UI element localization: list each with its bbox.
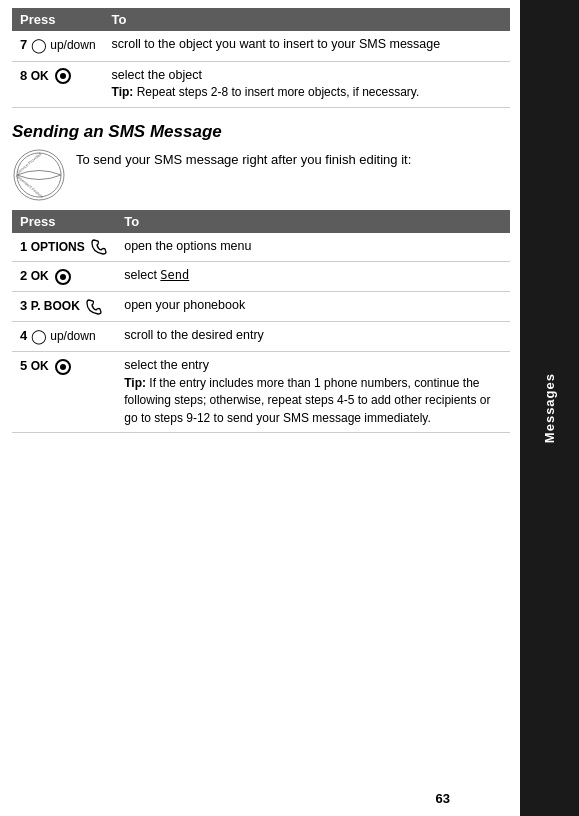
bottom-table-header-to: To xyxy=(116,210,510,233)
phone-icon xyxy=(85,298,103,316)
row-number: 3 xyxy=(20,298,27,313)
table-cell-key: 2 OK xyxy=(12,262,116,292)
updown-icon: ◯ xyxy=(31,36,47,56)
table-cell-description: select the object Tip: Repeat steps 2-8 … xyxy=(104,61,510,107)
tip-label: Tip: xyxy=(124,376,149,390)
row-number: 5 xyxy=(20,358,27,373)
section-heading: Sending an SMS Message xyxy=(12,122,510,142)
sidebar-label: Messages xyxy=(542,373,557,443)
row-description: select the entry xyxy=(124,358,209,372)
table-cell-description: select Send xyxy=(116,262,510,292)
sidebar: Messages xyxy=(520,0,579,816)
service-description-text: To send your SMS message right after you… xyxy=(76,148,411,167)
tip-text: Tip: If the entry includes more than 1 p… xyxy=(124,376,490,425)
service-icon-area: Service Provided Dependent Feature To se… xyxy=(12,148,510,202)
table-row: 8 OK select the object Tip: Repeat steps… xyxy=(12,61,510,107)
row-number: 7 xyxy=(20,37,27,52)
key-label: up/down xyxy=(50,329,95,343)
table-cell-description: scroll to the desired entry xyxy=(116,321,510,352)
table-cell-key: 5 OK xyxy=(12,352,116,433)
table-row: 5 OK select the entry Tip: If the entry … xyxy=(12,352,510,433)
options-key-label: OPTIONS xyxy=(31,240,85,254)
table-row: 2 OK select Send xyxy=(12,262,510,292)
table-row: 4 ◯ up/down scroll to the desired entry xyxy=(12,321,510,352)
ok-key-label: OK xyxy=(31,69,49,83)
ok-circle-icon xyxy=(55,359,71,375)
table-row: 3 P. BOOK open your phonebook xyxy=(12,291,510,321)
table-cell-key: 3 P. BOOK xyxy=(12,291,116,321)
table-cell-description: open the options menu xyxy=(116,233,510,262)
top-table-header-press: Press xyxy=(12,8,104,31)
bottom-table: Press To 1 OPTIONS open the options menu xyxy=(12,210,510,434)
service-icon: Service Provided Dependent Feature xyxy=(12,148,66,202)
row-number: 8 xyxy=(20,68,27,83)
row-description: select the object xyxy=(112,68,202,82)
key-label: up/down xyxy=(50,38,95,52)
pbook-key-label: P. BOOK xyxy=(31,299,80,313)
tip-content: Repeat steps 2-8 to insert more objects,… xyxy=(137,85,420,99)
tip-label: Tip: xyxy=(112,85,137,99)
row-number: 4 xyxy=(20,328,27,343)
table-row: 7 ◯ up/down scroll to the object you wan… xyxy=(12,31,510,61)
table-cell-key: 4 ◯ up/down xyxy=(12,321,116,352)
top-table-header-to: To xyxy=(104,8,510,31)
row-number: 1 xyxy=(20,239,27,254)
row-number: 2 xyxy=(20,268,27,283)
updown-icon: ◯ xyxy=(31,327,47,347)
table-cell-description: open your phonebook xyxy=(116,291,510,321)
phone-icon xyxy=(90,238,108,256)
tip-text: Tip: Repeat steps 2-8 to insert more obj… xyxy=(112,85,420,99)
table-cell-description: scroll to the object you want to insert … xyxy=(104,31,510,61)
ok-key-label: OK xyxy=(31,359,49,373)
service-badge: Service Provided Dependent Feature xyxy=(12,148,66,202)
table-cell-key: 8 OK xyxy=(12,61,104,107)
table-cell-key: 1 OPTIONS xyxy=(12,233,116,262)
page-number: 63 xyxy=(436,791,450,806)
ok-circle-icon xyxy=(55,269,71,285)
table-row: 1 OPTIONS open the options menu xyxy=(12,233,510,262)
table-cell-description: select the entry Tip: If the entry inclu… xyxy=(116,352,510,433)
tip-content: If the entry includes more than 1 phone … xyxy=(124,376,490,425)
top-table: Press To 7 ◯ up/down scroll to the objec… xyxy=(12,8,510,108)
table-cell-key: 7 ◯ up/down xyxy=(12,31,104,61)
main-content: Press To 7 ◯ up/down scroll to the objec… xyxy=(0,0,520,816)
bottom-table-header-press: Press xyxy=(12,210,116,233)
send-code: Send xyxy=(160,268,189,282)
ok-circle-icon xyxy=(55,68,71,84)
ok-key-label: OK xyxy=(31,269,49,283)
